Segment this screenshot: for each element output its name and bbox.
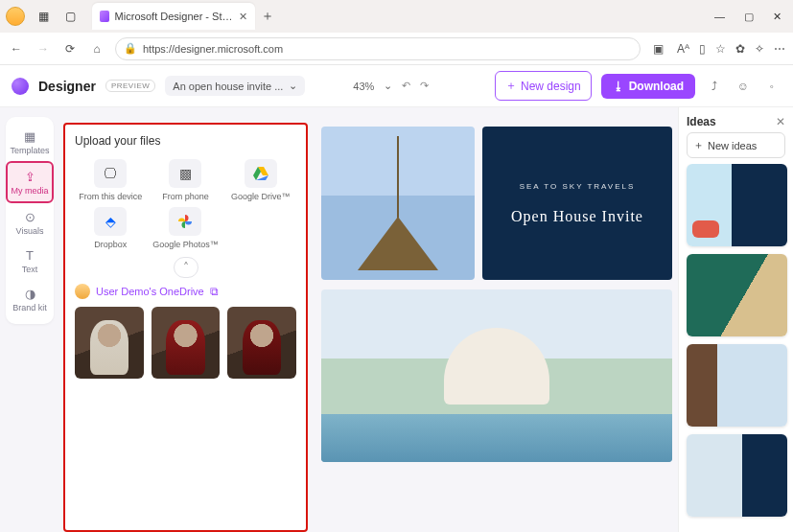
window-minimize-icon[interactable]: —	[714, 11, 725, 23]
rail-label: Brand kit	[12, 303, 47, 312]
dropbox-icon: ⬘	[94, 207, 127, 236]
rail-text[interactable]: T Text	[6, 242, 54, 280]
brand-icon: ◑	[22, 286, 37, 301]
new-ideas-button[interactable]: ＋ New ideas	[687, 132, 785, 158]
back-icon[interactable]: ←	[8, 40, 25, 58]
left-rail: ▦ Templates ⇪ My media ⊙ Visuals T Text …	[0, 107, 59, 532]
plus-icon: ＋	[505, 78, 517, 94]
designer-logo-icon	[12, 78, 29, 95]
ideas-title: Ideas	[687, 115, 716, 128]
idea-card[interactable]	[687, 434, 787, 517]
media-thumbnail[interactable]	[75, 307, 144, 379]
card-subline: SEA TO SKY TRAVELS	[520, 182, 636, 191]
window-maximize-icon[interactable]: ▢	[744, 11, 754, 23]
browser-titlebar: ▦ ▢ Microsoft Designer - Stunning d ✕ ＋ …	[0, 0, 793, 33]
window-close-icon[interactable]: ✕	[773, 11, 781, 23]
designer-favicon-icon	[100, 11, 109, 22]
lock-icon: 🔒	[124, 42, 137, 55]
app-name: Designer	[38, 79, 96, 94]
new-design-label: New design	[521, 80, 581, 93]
collapse-button[interactable]: ˄	[174, 257, 198, 278]
tab-close-icon[interactable]: ✕	[239, 11, 247, 23]
external-link-icon: ⧉	[210, 285, 219, 298]
new-tab-button[interactable]: ＋	[261, 8, 274, 25]
redo-icon[interactable]: ↷	[420, 80, 429, 92]
monitor-icon: 🖵	[94, 159, 127, 188]
rail-visuals[interactable]: ⊙ Visuals	[6, 203, 54, 242]
project-dropdown[interactable]: An open house invite ... ⌄	[165, 76, 305, 96]
text-size-icon[interactable]: Aᴬ	[677, 42, 689, 56]
ideas-scroll[interactable]	[679, 164, 793, 532]
design-canvas[interactable]: SEA TO SKY TRAVELS Open House Invite	[308, 107, 678, 532]
rail-templates[interactable]: ▦ Templates	[6, 123, 54, 161]
card-headline: Open House Invite	[511, 208, 643, 225]
zoom-level[interactable]: 43%	[353, 81, 374, 92]
upload-from-phone[interactable]: ▩ From phone	[150, 159, 221, 201]
refresh-icon[interactable]: ⟳	[61, 40, 79, 58]
visuals-icon: ⊙	[22, 209, 37, 224]
tab-overview-icon[interactable]: ▢	[61, 8, 79, 25]
browser-tab[interactable]: Microsoft Designer - Stunning d ✕	[92, 3, 255, 30]
rail-label: Templates	[10, 146, 49, 155]
rail-label: Text	[22, 265, 38, 274]
feedback-icon[interactable]: ☺	[734, 77, 753, 96]
idea-card[interactable]	[687, 254, 787, 336]
account-icon[interactable]: ◦	[762, 77, 781, 96]
reader-icon[interactable]: ▣	[650, 40, 667, 58]
home-icon[interactable]: ⌂	[88, 40, 105, 58]
onedrive-label: User Demo's OneDrive	[96, 286, 204, 297]
canvas-text-card[interactable]: SEA TO SKY TRAVELS Open House Invite	[482, 127, 672, 280]
url-text: https://designer.microsoft.com	[143, 43, 283, 55]
close-icon[interactable]: ✕	[776, 115, 785, 128]
download-label: Download	[629, 80, 684, 93]
download-button[interactable]: ⭳ Download	[601, 74, 695, 99]
extensions-icon[interactable]: ✿	[735, 42, 745, 56]
share-icon[interactable]: ⤴	[705, 77, 724, 96]
new-design-button[interactable]: ＋ New design	[495, 71, 592, 101]
ideas-panel: Ideas ✕ ＋ New ideas	[678, 107, 793, 532]
upload-from-device[interactable]: 🖵 From this device	[75, 159, 146, 201]
rail-label: My media	[11, 186, 48, 196]
media-thumbnail[interactable]	[152, 307, 221, 379]
url-field[interactable]: 🔒 https://designer.microsoft.com	[115, 37, 641, 60]
chevron-up-icon: ˄	[183, 261, 189, 274]
browser-addressbar: ← → ⟳ ⌂ 🔒 https://designer.microsoft.com…	[0, 33, 793, 65]
collections-icon[interactable]: ✧	[755, 42, 764, 56]
upload-google-drive[interactable]: Google Drive™	[225, 159, 296, 201]
rail-label: Visuals	[16, 226, 44, 236]
profile-avatar-icon[interactable]	[6, 7, 25, 26]
chevron-down-icon: ⌄	[289, 80, 297, 92]
project-name: An open house invite ...	[173, 81, 283, 92]
app-toolbar: Designer PREVIEW An open house invite ..…	[0, 65, 793, 107]
idea-card[interactable]	[687, 164, 787, 246]
read-aloud-icon[interactable]: ▯	[699, 42, 706, 56]
more-icon[interactable]: ⋯	[774, 42, 785, 56]
upload-google-photos[interactable]: Google Photos™	[150, 207, 221, 249]
workspaces-icon[interactable]: ▦	[35, 8, 52, 25]
download-icon: ⭳	[613, 80, 624, 93]
media-thumbnail[interactable]	[227, 307, 296, 379]
canvas-image-eiffel[interactable]	[321, 127, 475, 280]
upload-dropbox[interactable]: ⬘ Dropbox	[75, 207, 146, 249]
onedrive-link[interactable]: User Demo's OneDrive ⧉	[75, 284, 296, 299]
preview-badge: PREVIEW	[105, 80, 155, 92]
rail-brand-kit[interactable]: ◑ Brand kit	[6, 280, 54, 318]
new-ideas-label: New ideas	[708, 140, 757, 151]
forward-icon[interactable]: →	[35, 40, 52, 58]
canvas-image-tajmahal[interactable]	[321, 289, 672, 462]
templates-icon: ▦	[22, 128, 37, 144]
qr-icon: ▩	[169, 159, 201, 188]
plus-icon: ＋	[693, 138, 704, 152]
favorite-icon[interactable]: ☆	[715, 42, 726, 56]
google-drive-icon	[245, 159, 277, 188]
tab-title: Microsoft Designer - Stunning d	[115, 11, 233, 22]
user-avatar-icon	[75, 284, 90, 299]
rail-my-media[interactable]: ⇪ My media	[6, 161, 54, 203]
upload-title: Upload your files	[75, 134, 296, 148]
idea-card[interactable]	[687, 344, 787, 427]
text-icon: T	[22, 247, 37, 263]
chevron-down-icon[interactable]: ⌄	[384, 80, 392, 92]
google-photos-icon	[169, 207, 201, 236]
undo-icon[interactable]: ↶	[402, 80, 410, 92]
upload-icon: ⇪	[22, 169, 37, 184]
